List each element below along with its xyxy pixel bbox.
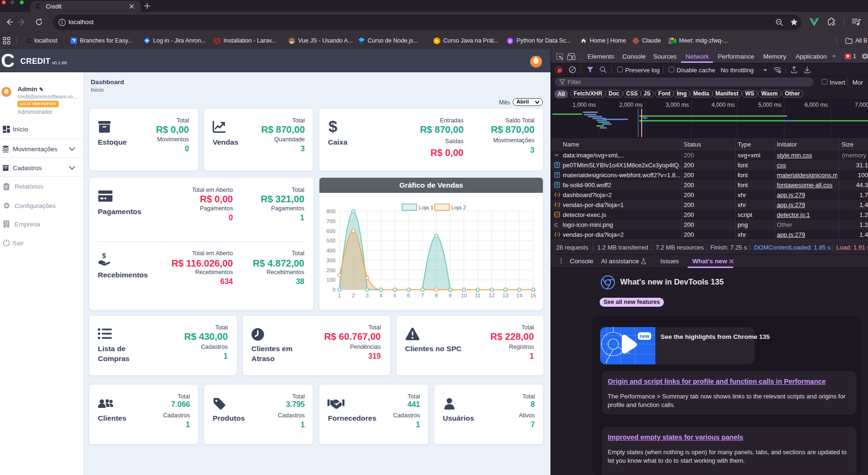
svg-text:700: 700 <box>327 218 335 224</box>
svg-text:2: 2 <box>352 293 355 298</box>
svg-text:13: 13 <box>502 293 508 298</box>
svg-text:6: 6 <box>407 293 410 298</box>
svg-text:400: 400 <box>327 248 335 253</box>
svg-text:0: 0 <box>333 287 335 293</box>
svg-text:9: 9 <box>448 293 451 298</box>
svg-text:11: 11 <box>475 293 481 298</box>
svg-text:100: 100 <box>327 277 335 283</box>
svg-text:300: 300 <box>327 258 335 263</box>
svg-text:8: 8 <box>435 293 438 298</box>
svg-text:7: 7 <box>421 293 424 298</box>
svg-text:$: $ <box>102 252 106 259</box>
svg-text:500: 500 <box>327 238 335 243</box>
svg-text:600: 600 <box>327 228 335 234</box>
svg-text:800: 800 <box>327 208 335 214</box>
svg-text:200: 200 <box>327 268 335 273</box>
svg-text:Loja 2: Loja 2 <box>451 205 466 210</box>
svg-text:15: 15 <box>530 293 536 298</box>
svg-text:4: 4 <box>379 293 383 298</box>
svg-text:10: 10 <box>461 293 467 298</box>
svg-text:1: 1 <box>338 293 341 298</box>
svg-text:12: 12 <box>489 293 495 298</box>
svg-text:5: 5 <box>393 293 396 298</box>
svg-text:3: 3 <box>366 293 369 298</box>
svg-text:14: 14 <box>516 293 523 298</box>
svg-text:Loja 1: Loja 1 <box>419 205 433 210</box>
